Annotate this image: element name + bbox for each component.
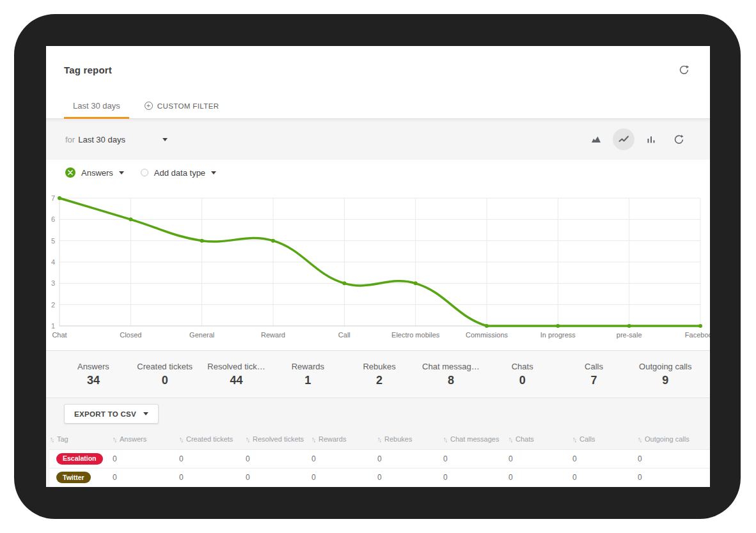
range-value: Last 30 days — [78, 135, 125, 144]
stat-value: 8 — [415, 374, 487, 387]
column-header-chats[interactable]: ↑↓Chats — [508, 429, 572, 449]
column-header-tag[interactable]: ↑↓Tag — [50, 429, 113, 449]
area-chart-icon[interactable] — [585, 128, 607, 150]
dark-rounded-frame: Tag report Last 30 days + CUSTOM FILTER — [14, 14, 741, 519]
svg-text:Facebook: Facebook — [685, 331, 710, 339]
svg-text:Chat: Chat — [52, 331, 67, 339]
tab-label: CUSTOM FILTER — [157, 102, 219, 110]
svg-text:Reward: Reward — [261, 331, 285, 339]
stat-label: Chat messag… — [415, 362, 487, 371]
cell-value: 0 — [443, 468, 508, 488]
column-header-rewards[interactable]: ↑↓Rewards — [311, 429, 377, 449]
stat-label: Calls — [558, 362, 630, 371]
stat-item: Rewards1 — [272, 362, 343, 387]
svg-text:In progress: In progress — [540, 331, 576, 339]
column-header-created-tickets[interactable]: ↑↓Created tickets — [179, 429, 246, 449]
stat-item: Created tickets0 — [129, 362, 201, 387]
export-button-label: EXPORT TO CSV — [74, 410, 136, 418]
sort-icon: ↑↓ — [311, 436, 315, 443]
add-data-type-button[interactable]: Add data type — [141, 168, 216, 178]
refresh-icon[interactable] — [668, 128, 689, 150]
stat-value: 9 — [629, 374, 701, 387]
tabs-bar: Last 30 days + CUSTOM FILTER — [46, 93, 710, 119]
tab-custom-filter[interactable]: + CUSTOM FILTER — [136, 93, 228, 118]
stat-value: 1 — [272, 374, 343, 387]
svg-text:4: 4 — [51, 258, 55, 266]
circle-plus-icon: + — [145, 102, 153, 110]
stat-label: Outgoing calls — [629, 362, 701, 371]
reload-icon[interactable] — [677, 63, 691, 77]
cell-value: 0 — [508, 468, 572, 488]
stat-label: Rebukes — [343, 362, 415, 371]
stat-item: Chats0 — [487, 362, 558, 387]
stat-label: Rewards — [272, 362, 343, 371]
tag-badge: Escalation — [56, 453, 103, 465]
tag-table: ↑↓Tag↑↓Answers↑↓Created tickets↑↓Resolve… — [46, 429, 710, 487]
stat-value: 0 — [129, 374, 201, 387]
table-row: Twitter000000000 — [50, 468, 710, 488]
range-prefix-label: for — [65, 135, 75, 144]
sort-icon: ↑↓ — [246, 436, 249, 443]
chevron-down-icon — [211, 171, 216, 174]
stat-item: Calls7 — [558, 362, 630, 387]
stat-label: Answers — [58, 362, 129, 371]
svg-text:3: 3 — [51, 279, 55, 287]
cell-value: 0 — [179, 468, 246, 488]
table-row: Escalation000000000 — [50, 449, 710, 468]
cell-value: 0 — [377, 468, 443, 488]
line-chart-icon[interactable] — [613, 128, 634, 150]
export-row: EXPORT TO CSV — [46, 398, 710, 429]
series-controls: Answers Add data type — [46, 165, 710, 180]
bar-chart-icon[interactable] — [640, 128, 662, 150]
stat-value: 44 — [201, 374, 272, 387]
stat-value: 0 — [487, 374, 558, 387]
reload-icon-glyph — [679, 65, 689, 75]
export-to-csv-button[interactable]: EXPORT TO CSV — [64, 404, 159, 424]
chevron-down-icon — [143, 412, 148, 415]
column-header-outgoing-calls[interactable]: ↑↓Outgoing calls — [638, 429, 710, 449]
stat-item: Rebukes2 — [343, 362, 415, 387]
svg-text:pre-sale: pre-sale — [617, 331, 642, 339]
line-chart: 1234567ChatClosedGeneralRewardCallElectr… — [46, 193, 710, 350]
sort-icon: ↑↓ — [572, 436, 576, 443]
stat-value: 7 — [558, 374, 630, 387]
tag-report-window: Tag report Last 30 days + CUSTOM FILTER — [46, 46, 710, 487]
svg-text:7: 7 — [51, 194, 55, 202]
tag-badge: Twitter — [56, 472, 91, 483]
column-header-resolved-tickets[interactable]: ↑↓Resolved tickets — [246, 429, 311, 449]
svg-text:2: 2 — [51, 301, 55, 309]
cell-value: 0 — [246, 449, 311, 468]
stat-item: Outgoing calls9 — [629, 362, 701, 387]
chevron-down-icon — [162, 138, 168, 141]
active-tab-underline — [64, 117, 129, 119]
stat-item: Resolved tick…44 — [201, 362, 272, 387]
cell-value: 0 — [113, 449, 179, 468]
remove-series-icon[interactable] — [65, 167, 75, 178]
tab-last-30-days[interactable]: Last 30 days — [64, 93, 129, 118]
stat-label: Chats — [487, 362, 558, 371]
tab-label: Last 30 days — [73, 101, 120, 111]
column-header-answers[interactable]: ↑↓Answers — [113, 429, 179, 449]
page-title: Tag report — [64, 65, 112, 75]
cell-value: 0 — [572, 468, 638, 488]
date-range-select[interactable]: for Last 30 days — [65, 135, 168, 144]
svg-text:1: 1 — [51, 322, 55, 330]
column-header-rebukes[interactable]: ↑↓Rebukes — [377, 429, 443, 449]
cell-value: 0 — [377, 449, 443, 468]
stat-label: Resolved tick… — [201, 362, 272, 371]
sort-icon: ↑↓ — [443, 436, 447, 443]
cell-value: 0 — [508, 449, 572, 468]
svg-text:Electro mobiles: Electro mobiles — [391, 331, 440, 339]
stat-value: 34 — [58, 374, 129, 387]
chart-section: Answers Add data type 1234567ChatClosedG… — [46, 160, 710, 350]
series-chip-answers[interactable]: Answers — [65, 167, 124, 178]
svg-text:Closed: Closed — [120, 331, 141, 339]
column-header-chat-messages[interactable]: ↑↓Chat messages — [443, 429, 508, 449]
series-chip-label: Answers — [81, 168, 113, 178]
cell-value: 0 — [113, 468, 179, 488]
summary-stats-row: Answers34Created tickets0Resolved tick…4… — [46, 350, 710, 398]
line-chart-svg: 1234567ChatClosedGeneralRewardCallElectr… — [46, 193, 710, 350]
svg-text:Commissions: Commissions — [466, 331, 508, 339]
column-header-calls[interactable]: ↑↓Calls — [572, 429, 638, 449]
stat-item: Answers34 — [58, 362, 129, 387]
